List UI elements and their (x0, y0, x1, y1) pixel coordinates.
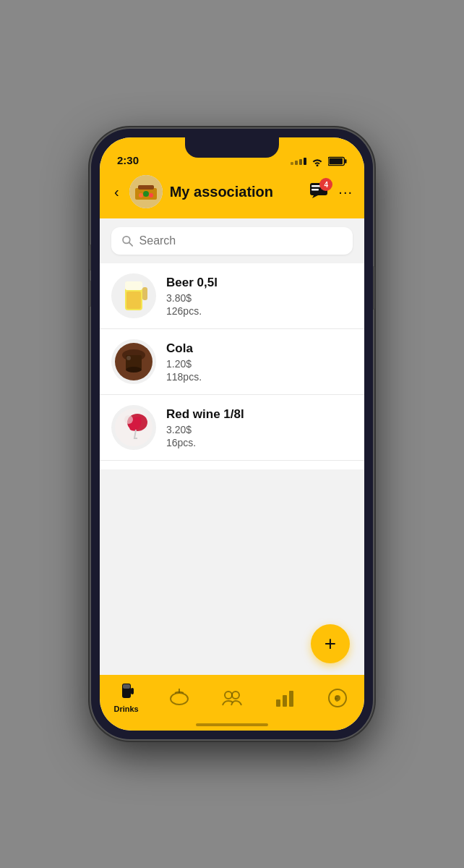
nav-item-food[interactable] (158, 689, 201, 707)
items-list: Beer 0,5l 3.80$ 126pcs. C (100, 263, 364, 469)
item-qty: 16pcs. (166, 437, 353, 448)
svg-rect-39 (276, 699, 280, 707)
svg-point-38 (232, 692, 239, 699)
svg-rect-16 (125, 281, 142, 290)
empty-area: + (100, 469, 364, 676)
status-time: 2:30 (117, 154, 139, 166)
nav-item-drinks[interactable]: Drinks (105, 682, 148, 713)
svg-point-26 (124, 415, 133, 424)
page-title: My association (170, 184, 303, 200)
home-indicator (196, 723, 268, 726)
svg-rect-17 (142, 287, 147, 300)
status-icons (291, 156, 347, 166)
svg-rect-18 (126, 292, 141, 309)
signal-icon (291, 158, 306, 165)
wifi-icon (311, 156, 324, 166)
svg-marker-10 (312, 195, 318, 198)
list-item[interactable]: Cola 1.20$ 118pcs. (100, 329, 364, 395)
item-price: 1.20$ (166, 358, 353, 370)
svg-rect-5 (138, 185, 154, 190)
svg-rect-2 (329, 158, 343, 164)
nav-item-members[interactable] (210, 689, 254, 707)
item-price: 3.80$ (166, 292, 353, 304)
item-qty: 118pcs. (166, 371, 353, 383)
svg-point-7 (143, 191, 149, 197)
header-actions: 4 ··· (309, 182, 353, 201)
nav-item-settings[interactable]: € (316, 688, 359, 708)
search-container (100, 218, 364, 263)
item-image-redwine (111, 405, 156, 450)
messages-button[interactable]: 4 (309, 182, 328, 201)
item-image-cola (111, 339, 156, 384)
svg-point-37 (225, 692, 232, 699)
item-qty: 126pcs. (166, 305, 353, 317)
app-header: ‹ My association (100, 169, 364, 218)
food-nav-icon (169, 689, 189, 707)
list-item[interactable]: White wine 1/8l 3.20$ 32pcs. (100, 461, 364, 469)
members-nav-icon (221, 689, 243, 707)
avatar (129, 175, 163, 208)
drinks-nav-icon (118, 682, 135, 702)
svg-rect-40 (283, 695, 287, 707)
svg-rect-12 (312, 189, 319, 191)
svg-rect-33 (123, 684, 130, 689)
svg-point-23 (126, 356, 131, 360)
item-price: 3.20$ (166, 424, 353, 435)
search-input[interactable] (139, 234, 343, 247)
back-button[interactable]: ‹ (111, 181, 122, 203)
svg-text:€: € (335, 695, 339, 703)
add-button[interactable]: + (311, 624, 350, 663)
battery-icon (328, 156, 347, 166)
list-item[interactable]: Beer 0,5l 3.80$ 126pcs. (100, 263, 364, 329)
stats-nav-icon (275, 689, 295, 707)
item-image-beer (111, 273, 156, 318)
svg-rect-41 (289, 691, 293, 707)
item-name: Cola (166, 341, 353, 356)
message-badge: 4 (319, 178, 332, 191)
item-info: Cola 1.20$ 118pcs. (166, 341, 353, 383)
more-options-button[interactable]: ··· (338, 184, 353, 200)
svg-point-22 (126, 367, 142, 373)
search-box (111, 227, 353, 255)
nav-item-stats[interactable] (263, 689, 306, 707)
svg-line-14 (129, 242, 132, 245)
nav-label-drinks: Drinks (113, 705, 138, 713)
svg-point-6 (139, 193, 143, 197)
search-icon (121, 234, 134, 247)
item-info: Beer 0,5l 3.80$ 126pcs. (166, 276, 353, 317)
svg-rect-1 (345, 159, 347, 163)
svg-rect-34 (131, 688, 134, 694)
item-info: Red wine 1/8l 3.20$ 16pcs. (166, 407, 353, 448)
svg-point-8 (149, 193, 153, 197)
bottom-nav: Drinks (100, 675, 364, 731)
svg-point-35 (171, 693, 188, 705)
item-name: Red wine 1/8l (166, 407, 353, 422)
list-item[interactable]: Red wine 1/8l 3.20$ 16pcs. (100, 395, 364, 461)
item-name: Beer 0,5l (166, 276, 353, 290)
settings-nav-icon: € (327, 688, 348, 708)
